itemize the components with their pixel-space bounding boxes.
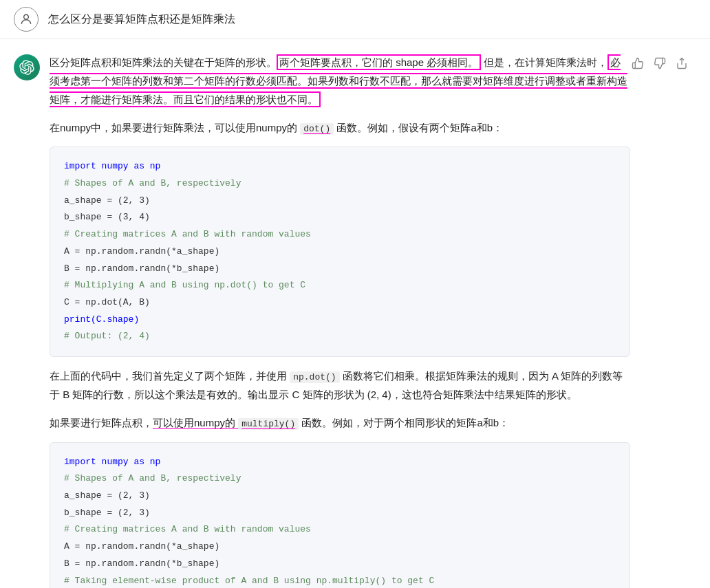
code-line: A = np.random.randn(*a_shape)	[64, 538, 616, 556]
user-avatar	[14, 7, 39, 32]
highlight-shape: 两个矩阵要点积，它们的 shape 必须相同。	[277, 54, 481, 70]
action-icons-area	[630, 53, 689, 588]
answer-paragraph-4: 如果要进行矩阵点积，可以使用numpy的 multiply() 函数。例如，对于…	[50, 413, 630, 432]
text-intro: 区分矩阵点积和矩阵乘法的关键在于矩阵的形状。	[50, 56, 277, 68]
code-line: # Taking element-wise product of A and B…	[64, 573, 616, 588]
code-line: import numpy as np	[64, 454, 616, 471]
share-button[interactable]	[674, 56, 689, 71]
code-line: # Shapes of A and B, respectively	[64, 470, 616, 488]
code-line: # Creating matrices A and B with random …	[64, 521, 616, 538]
code-npdot-func: np.dot()	[290, 371, 339, 383]
code-line: # Output: (2, 4)	[64, 328, 616, 345]
answer-paragraph-2: 在numpy中，如果要进行矩阵乘法，可以使用numpy的 dot() 函数。例如…	[50, 118, 630, 137]
code-line: # Creating matrices A and B with random …	[64, 226, 616, 243]
main-content: 区分矩阵点积和矩阵乘法的关键在于矩阵的形状。两个矩阵要点积，它们的 shape …	[0, 39, 710, 588]
code-line: B = np.random.randn(*b_shape)	[64, 556, 616, 573]
text-dot-product-intro: 如果要进行矩阵点积，	[50, 417, 153, 428]
code-line: # Shapes of A and B, respectively	[64, 175, 616, 193]
code-dot-func: dot()	[300, 123, 334, 135]
answer-paragraph-1: 区分矩阵点积和矩阵乘法的关键在于矩阵的形状。两个矩阵要点积，它们的 shape …	[50, 53, 630, 109]
code-line: import numpy as np	[64, 158, 616, 175]
code-block-2: import numpy as np # Shapes of A and B, …	[50, 442, 630, 588]
text-numpy-intro-2: 函数。例如，假设有两个矩阵a和b：	[334, 122, 503, 133]
code-line: # Multiplying A and B using np.dot() to …	[64, 277, 616, 294]
code-line: B = np.random.randn(*b_shape)	[64, 261, 616, 278]
code-line: a_shape = (2, 3)	[64, 488, 616, 505]
code-line: b_shape = (3, 4)	[64, 209, 616, 226]
svg-point-0	[24, 14, 29, 19]
code-line: A = np.random.randn(*a_shape)	[64, 243, 616, 261]
text-above-code: 在上面的代码中，我们首先定义了两个矩阵，并使用	[50, 370, 290, 382]
code-multiply-func: multiply()	[238, 418, 299, 430]
code-line: C = np.dot(A, B)	[64, 294, 616, 312]
text-but: 但是，在计算矩阵乘法时，	[481, 56, 607, 68]
page-header: 怎么区分是要算矩阵点积还是矩阵乘法	[0, 0, 710, 39]
code-block-1: import numpy as np # Shapes of A and B, …	[50, 146, 630, 357]
thumbup-button[interactable]	[630, 56, 645, 71]
code-line: print(C.shape)	[64, 312, 616, 329]
chatgpt-icon	[14, 54, 40, 80]
code-line: a_shape = (2, 3)	[64, 193, 616, 210]
text-dot-product-end: 函数。例如，对于两个相同形状的矩阵a和b：	[299, 417, 509, 428]
thumbdown-button[interactable]	[652, 56, 667, 71]
text-dot-product-underline: 可以使用numpy的	[153, 417, 238, 428]
page-title: 怎么区分是要算矩阵点积还是矩阵乘法	[48, 10, 235, 28]
answer-area: 区分矩阵点积和矩阵乘法的关键在于矩阵的形状。两个矩阵要点积，它们的 shape …	[50, 53, 630, 588]
code-line: b_shape = (2, 3)	[64, 505, 616, 522]
answer-paragraph-3: 在上面的代码中，我们首先定义了两个矩阵，并使用 np.dot() 函数将它们相乘…	[50, 367, 630, 404]
text-numpy-intro: 在numpy中，如果要进行矩阵乘法，可以使用numpy的	[50, 122, 300, 133]
